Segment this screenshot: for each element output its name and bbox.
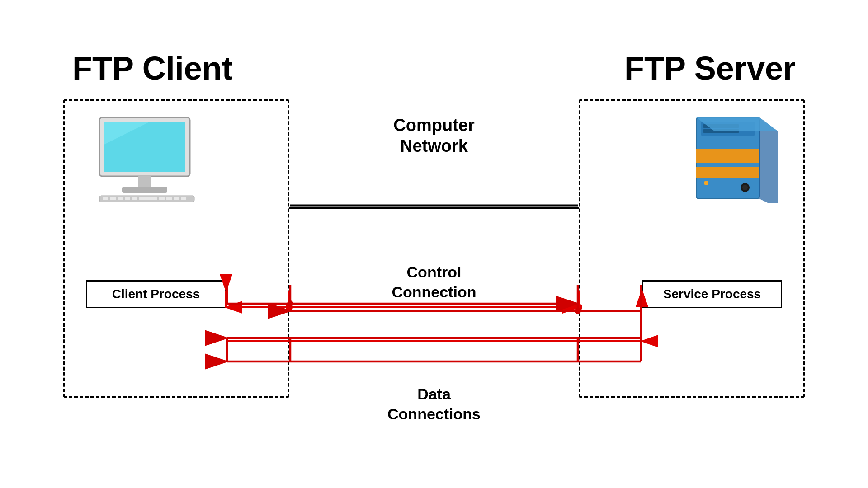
control-connection-label: ControlConnection <box>392 262 476 302</box>
svg-rect-6 <box>103 197 108 200</box>
svg-rect-3 <box>138 176 151 188</box>
svg-rect-13 <box>166 197 172 200</box>
computer-network-label: Computer Network <box>393 115 474 156</box>
client-process-box: Client Process <box>86 280 226 308</box>
svg-rect-11 <box>139 197 157 200</box>
svg-rect-18 <box>696 149 760 163</box>
ftp-client-title: FTP Client <box>72 50 233 87</box>
svg-rect-9 <box>125 197 130 200</box>
data-connections-label: DataConnections <box>387 384 481 424</box>
svg-rect-10 <box>132 197 137 200</box>
svg-point-24 <box>704 181 708 185</box>
computer-icon <box>90 113 217 203</box>
service-process-box: Service Process <box>642 280 782 308</box>
svg-rect-7 <box>110 197 116 200</box>
svg-point-23 <box>742 185 748 190</box>
svg-rect-4 <box>122 187 167 193</box>
server-icon <box>678 113 778 203</box>
svg-rect-19 <box>696 167 760 178</box>
svg-rect-15 <box>181 197 186 200</box>
svg-rect-14 <box>174 197 179 200</box>
svg-rect-12 <box>159 197 165 200</box>
diagram-container: FTP Client FTP Server <box>50 41 818 447</box>
svg-rect-8 <box>118 197 123 200</box>
ftp-server-title: FTP Server <box>624 50 796 87</box>
